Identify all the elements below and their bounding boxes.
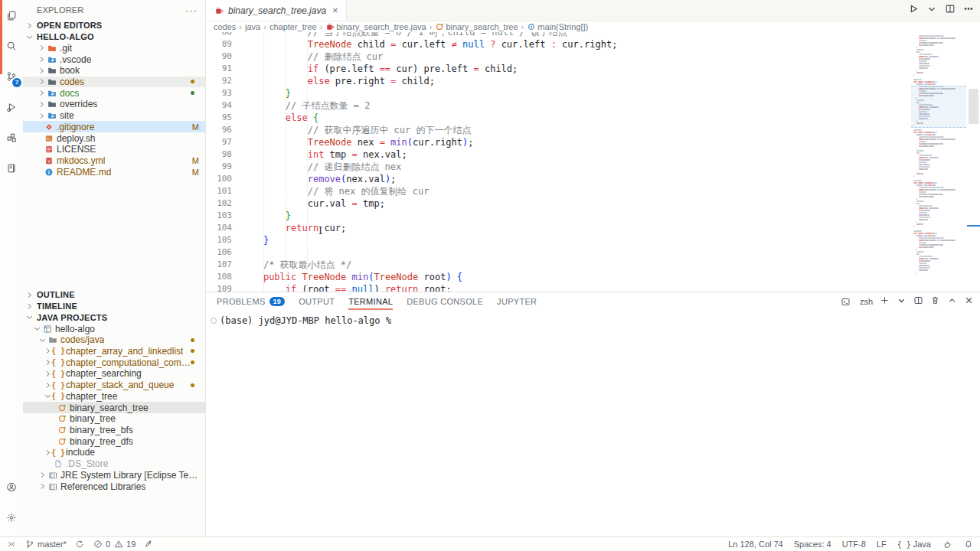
tree-item-gitignore[interactable]: .gitignoreM <box>23 121 205 132</box>
tree-item-label: mkdocs.yml <box>57 155 105 166</box>
tree-item-label: .DS_Store <box>66 458 108 469</box>
folder-git-icon <box>47 43 57 54</box>
panel-tab-problems[interactable]: PROBLEMS19 <box>217 292 285 311</box>
tree-item-chapter-stack-and-queue[interactable]: { }chapter_stack_and_queue <box>23 380 205 391</box>
scrollbar-thumb[interactable] <box>969 89 978 124</box>
chevron-down-icon <box>38 336 47 344</box>
breadcrumb-binary-search-tree[interactable]: binary_search_tree <box>435 22 518 31</box>
run-button[interactable] <box>908 3 919 18</box>
code-editor[interactable]: 88 // 当子结点数量 = 0 / 1 时，child = null / 该子… <box>206 32 980 292</box>
status-utf-8[interactable]: UTF-8 <box>842 540 866 549</box>
minimap-slider[interactable] <box>911 86 966 128</box>
line-number: 104 <box>206 222 232 234</box>
library-icon <box>47 481 58 492</box>
plus-button[interactable] <box>879 295 890 308</box>
status-spaces-4[interactable]: Spaces: 4 <box>794 540 831 549</box>
panel-tab-debug-console[interactable]: DEBUG CONSOLE <box>407 292 483 311</box>
activitybar-account[interactable] <box>0 471 23 502</box>
tree-item-site[interactable]: site <box>23 110 205 122</box>
tree-item-chapter-array-and-linkedlist[interactable]: { }chapter_array_and_linkedlist <box>23 346 205 357</box>
activitybar-source-control[interactable]: 7 <box>0 61 23 92</box>
panel-tab-output[interactable]: OUTPUT <box>299 292 335 311</box>
tree-item-book[interactable]: book <box>23 65 205 77</box>
tree-item-referenced-libraries[interactable]: Referenced Libraries <box>23 481 205 492</box>
tree-item-codes-java[interactable]: codes/java <box>23 334 205 346</box>
close-button[interactable] <box>963 295 974 308</box>
tree-item-binary-tree[interactable]: binary_tree <box>23 413 205 425</box>
panel-tab-terminal[interactable]: TERMINAL <box>348 292 393 311</box>
tree-item-binary-tree-dfs[interactable]: binary_tree_dfs <box>23 435 205 447</box>
tree-item-hello-algo[interactable]: HELLO-ALGO <box>23 31 205 43</box>
tree-item-chapter-tree[interactable]: { }chapter_tree <box>23 390 205 402</box>
status-ln-128-col-74[interactable]: Ln 128, Col 74 <box>728 540 783 549</box>
tree-item-overrides[interactable]: overrides <box>23 99 205 110</box>
tree-item-chapter-searching[interactable]: { }chapter_searching <box>23 368 205 380</box>
chev-down-sm-button[interactable] <box>926 3 937 18</box>
tree-item-license[interactable]: LICENSE <box>23 144 205 155</box>
shell-file-icon <box>44 133 54 144</box>
tree-item-jre-system-library-eclipse-temurin-17-17[interactable]: JRE System Library [Eclipse Temurin 17 [… <box>23 470 205 481</box>
minimap[interactable] <box>911 35 966 289</box>
line-number: 105 <box>206 234 232 246</box>
editor-scrollbar[interactable] <box>966 32 980 292</box>
terminal[interactable]: (base) jyd@JYD-MBP hello-algo % <box>206 311 980 539</box>
split-editor-button[interactable] <box>945 3 956 18</box>
tree-item-hello-algo[interactable]: hello-algo <box>23 323 205 334</box>
more-dots-button[interactable] <box>963 3 974 18</box>
terminal-line: (base) jyd@JYD-MBP hello-algo % <box>209 315 980 326</box>
activitybar-run-debug[interactable] <box>0 92 23 122</box>
tree-item-outline[interactable]: OUTLINE <box>23 289 205 301</box>
status-error-circle[interactable]: 0 <box>93 539 110 549</box>
tree-item-ds-store[interactable]: .DS_Store <box>23 458 205 470</box>
activitybar-extensions[interactable] <box>0 122 23 153</box>
tree-item-docs[interactable]: docs <box>23 87 205 99</box>
tree-item-binary-tree-bfs[interactable]: binary_tree_bfs <box>23 425 205 436</box>
breadcrumb-codes[interactable]: codes <box>214 22 236 31</box>
breadcrumb-java[interactable]: java <box>245 22 260 31</box>
status-rocket[interactable] <box>143 539 154 549</box>
explorer-more-icon[interactable]: ··· <box>185 5 198 16</box>
chev-down-sm-button[interactable] <box>896 295 906 308</box>
tree-item-readme-md[interactable]: README.mdM <box>23 166 205 178</box>
activitybar-notebook[interactable] <box>0 153 23 184</box>
breadcrumb-binary-search-tree-java[interactable]: binary_search_tree.java <box>325 22 426 31</box>
tree-item-label: codes/java <box>60 334 104 345</box>
status-remote[interactable] <box>6 539 17 549</box>
close-tab-icon[interactable]: × <box>332 5 338 16</box>
tab-binary-search-tree[interactable]: binary_search_tree.java × <box>206 0 347 21</box>
chev-up-button[interactable] <box>946 295 957 308</box>
tree-item-mkdocs-yml[interactable]: mkdocs.ymlM <box>23 155 205 167</box>
tree-item-codes[interactable]: codes <box>23 77 205 88</box>
tree-item-chapter-computational-complexity[interactable]: { }chapter_computational_complexity <box>23 357 205 368</box>
tree-item-include[interactable]: { }include <box>23 447 205 458</box>
tree-item-vscode[interactable]: .vscode <box>23 54 205 65</box>
status-bell[interactable] <box>963 539 974 549</box>
activitybar-gear[interactable] <box>0 502 23 533</box>
code-line-99: 99 // 递归删除结点 nex <box>206 161 911 173</box>
tree-item-java-projects[interactable]: JAVA PROJECTS <box>23 311 205 323</box>
panel-tab-jupyter[interactable]: JUPYTER <box>497 292 537 311</box>
tree-item-git[interactable]: .git <box>23 42 205 54</box>
line-number: 108 <box>206 271 232 283</box>
activitybar-search[interactable] <box>0 31 23 61</box>
status-lf[interactable]: LF <box>877 540 887 549</box>
status-warning-triangle[interactable]: 19 <box>113 539 136 549</box>
tree-item-deploy-sh[interactable]: deploy.sh <box>23 132 205 144</box>
tree-item-binary-search-tree[interactable]: binary_search_tree <box>23 402 205 413</box>
terminal-actions: zsh <box>841 295 974 308</box>
chevron-down-icon <box>32 324 42 333</box>
trash-button[interactable] <box>929 295 940 308</box>
status-sync[interactable] <box>74 539 85 549</box>
status-git-branch[interactable]: master* <box>24 539 67 549</box>
breadcrumb-main-string[interactable]: main(String[]) <box>527 22 588 31</box>
tree-item-label: LICENSE <box>57 144 96 155</box>
package-icon: { } <box>53 447 64 458</box>
tree-item-timeline[interactable]: TIMELINE <box>23 301 205 312</box>
status-thumbsup[interactable] <box>942 539 952 549</box>
tree-item-open-editors[interactable]: OPEN EDITORS <box>23 20 205 31</box>
activitybar-files[interactable] <box>0 0 23 31</box>
breadcrumb-chapter-tree[interactable]: chapter_tree <box>270 22 317 31</box>
status-braces[interactable]: { }Java <box>897 540 931 549</box>
split-editor-button[interactable] <box>913 295 923 308</box>
shell-label[interactable]: zsh <box>860 297 873 306</box>
